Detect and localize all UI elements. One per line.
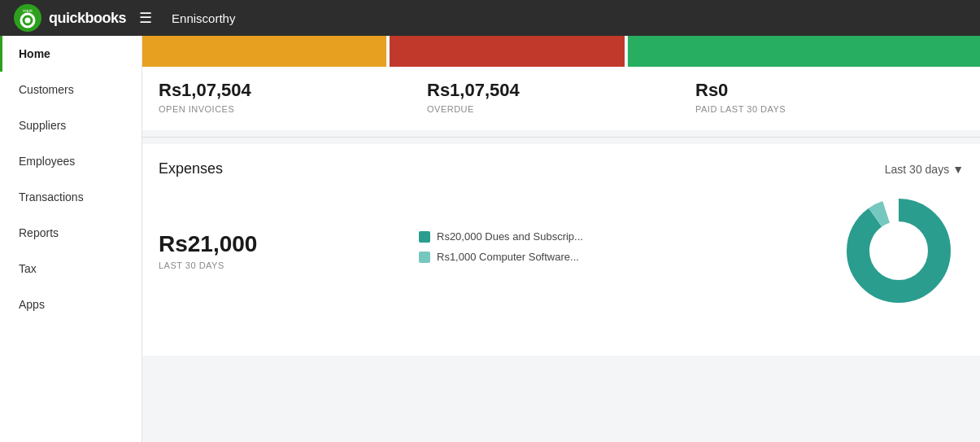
sidebar-item-suppliers[interactable]: Suppliers — [0, 107, 142, 143]
svg-point-3 — [25, 18, 31, 24]
chevron-down-icon: ▼ — [952, 163, 964, 176]
overdue-bar — [390, 36, 625, 67]
sidebar-item-home[interactable]: Home — [0, 36, 142, 72]
overdue-value: Rs1,07,504 — [427, 80, 679, 101]
quickbooks-logo-icon: intuit — [13, 3, 42, 33]
open-invoices-label: OPEN INVOICES — [159, 104, 411, 114]
open-invoices-bar — [142, 36, 386, 67]
open-invoices-stat: Rs1,07,504 OPEN INVOICES — [159, 80, 427, 114]
expenses-period: LAST 30 DAYS — [159, 260, 370, 270]
sidebar-item-tax[interactable]: Tax — [0, 251, 142, 287]
period-selector[interactable]: Last 30 days ▼ — [885, 163, 964, 176]
sidebar-item-customers[interactable]: Customers — [0, 72, 142, 107]
legend-dot-software — [419, 252, 430, 263]
expenses-donut-chart — [834, 194, 964, 308]
menu-icon[interactable]: ☰ — [139, 9, 152, 27]
brand-name: quickbooks — [49, 10, 126, 27]
main-layout: Home Customers Suppliers Employees Trans… — [0, 36, 980, 442]
svg-point-6 — [871, 223, 926, 278]
sidebar-item-reports[interactable]: Reports — [0, 215, 142, 251]
svg-text:intuit: intuit — [23, 8, 33, 13]
expenses-body: Rs21,000 LAST 30 DAYS Rs20,000 Dues and … — [159, 194, 964, 308]
legend-item-dues: Rs20,000 Dues and Subscrip... — [419, 230, 834, 243]
open-invoices-value: Rs1,07,504 — [159, 80, 411, 101]
paid-value: Rs0 — [695, 80, 947, 101]
paid-label: PAID LAST 30 DAYS — [695, 104, 947, 114]
expenses-header: Expenses Last 30 days ▼ — [159, 160, 964, 177]
company-name: Enniscorthy — [172, 11, 235, 25]
overdue-label: OVERDUE — [427, 104, 679, 114]
legend-label-software: Rs1,000 Computer Software... — [437, 251, 579, 263]
sidebar-item-transactions[interactable]: Transactions — [0, 179, 142, 215]
legend-label-dues: Rs20,000 Dues and Subscrip... — [437, 230, 583, 243]
legend-item-software: Rs1,000 Computer Software... — [419, 251, 834, 263]
expenses-amount: Rs21,000 — [159, 231, 370, 257]
paid-bar — [628, 36, 980, 67]
legend-dot-dues — [419, 231, 430, 243]
paid-stat: Rs0 PAID LAST 30 DAYS — [695, 80, 964, 114]
invoice-stats: Rs1,07,504 OPEN INVOICES Rs1,07,504 OVER… — [142, 80, 980, 114]
top-navigation: intuit quickbooks ☰ Enniscorthy — [0, 0, 980, 36]
sidebar-item-employees[interactable]: Employees — [0, 143, 142, 179]
invoices-card: Rs1,07,504 OPEN INVOICES Rs1,07,504 OVER… — [142, 36, 980, 130]
expenses-legend: Rs20,000 Dues and Subscrip... Rs1,000 Co… — [370, 230, 834, 271]
section-divider — [142, 137, 980, 138]
sidebar: Home Customers Suppliers Employees Trans… — [0, 36, 142, 442]
invoice-color-bar — [142, 36, 980, 67]
period-label: Last 30 days — [885, 163, 949, 176]
expenses-title: Expenses — [159, 160, 223, 177]
donut-svg — [842, 194, 956, 308]
main-content: Rs1,07,504 OPEN INVOICES Rs1,07,504 OVER… — [142, 36, 980, 442]
expenses-card: Expenses Last 30 days ▼ Rs21,000 LAST 30… — [142, 144, 980, 356]
overdue-stat: Rs1,07,504 OVERDUE — [427, 80, 695, 114]
expenses-amount-section: Rs21,000 LAST 30 DAYS — [159, 231, 370, 270]
sidebar-item-apps[interactable]: Apps — [0, 287, 142, 322]
logo-area: intuit quickbooks — [13, 3, 126, 33]
